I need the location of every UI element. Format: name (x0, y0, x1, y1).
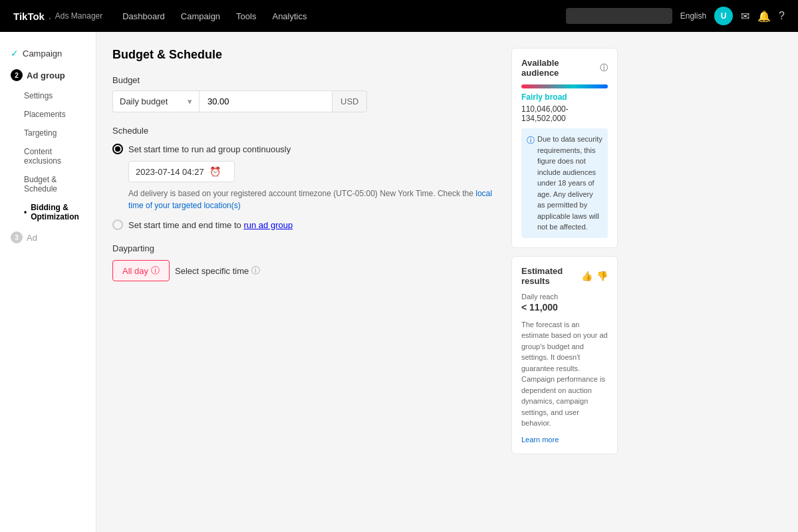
nav-analytics[interactable]: Analytics (272, 11, 307, 21)
section-title: Budget & Schedule (112, 48, 498, 62)
sidebar-ad-label: Ad (27, 233, 37, 243)
lang-label[interactable]: English (680, 11, 706, 21)
timezone-note: Ad delivery is based on your registered … (128, 188, 498, 211)
main-nav: Dashboard Campaign Tools Analytics (122, 11, 546, 21)
schedule-option1-row: Set start time to run ad group continuou… (112, 144, 498, 154)
audience-count: 110,046,000-134,502,000 (521, 104, 608, 123)
header-right: English U ✉ 🔔 ? (566, 7, 785, 25)
audience-note: ⓘ Due to data security requirements, thi… (521, 128, 608, 238)
datetime-picker[interactable]: 2023-07-14 04:27 ⏰ (128, 161, 235, 182)
step3-badge: 3 (11, 231, 23, 243)
budget-currency: USD (332, 90, 367, 112)
logo-ads: Ads Manager (55, 11, 102, 21)
dayparting-options: All day ⓘ Select specific time ⓘ (112, 260, 498, 281)
estimated-card: Estimated results 👍 👎 Daily reach < 11,0… (511, 256, 618, 454)
run-ad-group-link[interactable]: run ad group (243, 220, 293, 230)
audience-level: Fairly broad (521, 92, 608, 102)
step2-badge: 2 (11, 69, 23, 81)
forecast-note: The forecast is an estimate based on you… (521, 319, 608, 429)
budget-type-select[interactable]: Daily budget ▾ (112, 90, 199, 112)
sidebar-item-content-exclusions[interactable]: Content exclusions (0, 142, 96, 170)
dayparting-label: Dayparting (112, 243, 498, 253)
datetime-row: 2023-07-14 04:27 ⏰ (128, 161, 498, 182)
search-input[interactable] (566, 8, 672, 24)
budget-amount-input[interactable] (199, 90, 332, 112)
sidebar-item-targeting[interactable]: Targeting (0, 124, 96, 142)
bell-icon[interactable]: 🔔 (757, 10, 771, 23)
budget-label: Budget (112, 75, 498, 85)
nav-dashboard[interactable]: Dashboard (122, 11, 165, 21)
audience-bar (521, 84, 608, 88)
logo: TikTok . Ads Manager (13, 11, 102, 22)
schedule-label: Schedule (112, 126, 498, 136)
sidebar-item-settings[interactable]: Settings (0, 86, 96, 105)
main-container: ✓ Campaign 2 Ad group Settings Placement… (0, 32, 798, 532)
specific-time-button[interactable]: Select specific time ⓘ (175, 265, 260, 277)
sidebar-ad-section: 3 Ad (0, 226, 96, 249)
schedule-option1-label: Set start time to run ad group continuou… (128, 144, 291, 154)
schedule-option2-row: Set start time and end time to run ad gr… (112, 219, 498, 230)
sidebar: ✓ Campaign 2 Ad group Settings Placement… (0, 32, 96, 532)
sidebar-targeting-label: Targeting (24, 128, 57, 138)
main-panel: Budget & Schedule Budget Daily budget ▾ … (112, 48, 498, 516)
nav-tools[interactable]: Tools (236, 11, 256, 21)
schedule-radio2[interactable] (112, 219, 123, 230)
right-panel: Available audience ⓘ Fairly broad 110,04… (511, 48, 618, 516)
logo-separator: . (49, 11, 51, 21)
datetime-value: 2023-07-14 04:27 (136, 167, 204, 177)
sidebar-campaign[interactable]: ✓ Campaign (0, 43, 96, 64)
sidebar-bidding-label: Bidding & Optimization (31, 203, 85, 221)
schedule-option2-label: Set start time and end time to run ad gr… (128, 220, 293, 230)
avatar[interactable]: U (714, 7, 733, 25)
learn-more-link[interactable]: Learn more (521, 436, 559, 444)
audience-title: Available audience ⓘ (521, 58, 608, 78)
sidebar-settings-label: Settings (24, 91, 53, 100)
audience-info-icon: ⓘ (600, 63, 608, 74)
nav-campaign[interactable]: Campaign (181, 11, 220, 21)
sidebar-item-bidding-optimization[interactable]: Bidding & Optimization (0, 198, 96, 226)
mail-icon[interactable]: ✉ (741, 10, 749, 23)
budget-type-label: Daily budget (120, 96, 168, 106)
allday-button[interactable]: All day ⓘ (112, 260, 170, 281)
estimated-title: Estimated results 👍 👎 (521, 266, 608, 286)
budget-row: Daily budget ▾ USD (112, 90, 498, 112)
top-header: TikTok . Ads Manager Dashboard Campaign … (0, 0, 798, 32)
allday-info-icon: ⓘ (151, 265, 160, 277)
sidebar-adgroup-label: Ad group (27, 70, 65, 80)
daily-reach-label: Daily reach (521, 293, 608, 301)
logo-tiktok: TikTok (13, 11, 45, 22)
daily-reach-value: < 11,000 (521, 302, 608, 313)
help-icon[interactable]: ? (779, 10, 785, 22)
budget-chevron-icon: ▾ (188, 96, 192, 106)
clock-icon: ⏰ (209, 166, 221, 177)
sidebar-campaign-label: Campaign (23, 49, 62, 59)
content-area: Budget & Schedule Budget Daily budget ▾ … (96, 32, 798, 532)
check-icon: ✓ (11, 48, 19, 59)
audience-card: Available audience ⓘ Fairly broad 110,04… (511, 48, 618, 248)
sidebar-budget-schedule-label: Budget & Schedule (24, 175, 85, 194)
audience-note-icon: ⓘ (527, 134, 535, 233)
thumbsup-icon[interactable]: 👍 (581, 271, 593, 281)
specific-info-icon: ⓘ (251, 265, 260, 277)
sidebar-content-exclusions-label: Content exclusions (24, 147, 85, 166)
estimated-icons: 👍 👎 (581, 271, 608, 281)
sidebar-adgroup-section: 2 Ad group (0, 64, 96, 86)
thumbsdown-icon[interactable]: 👎 (597, 271, 608, 281)
schedule-radio1[interactable] (112, 144, 123, 154)
sidebar-placements-label: Placements (24, 110, 66, 119)
sidebar-item-placements[interactable]: Placements (0, 105, 96, 124)
sidebar-item-budget-schedule[interactable]: Budget & Schedule (0, 170, 96, 198)
